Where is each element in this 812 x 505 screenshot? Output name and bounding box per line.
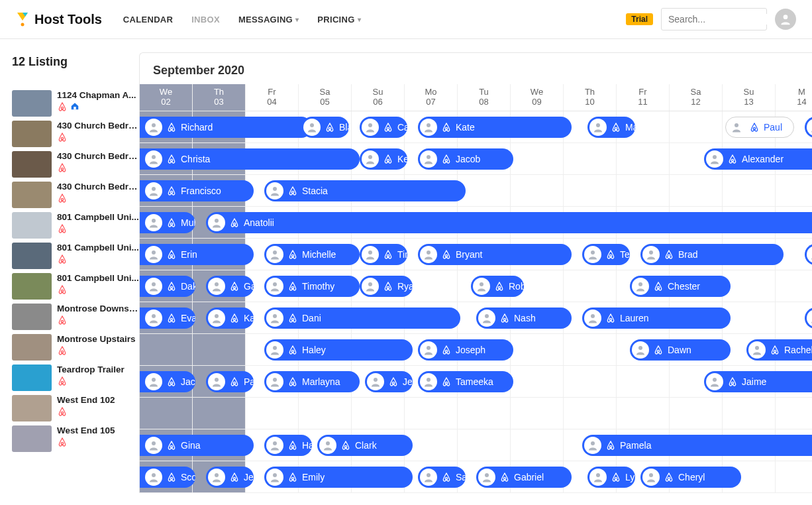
- reservation-pill[interactable]: Jaime: [704, 371, 812, 392]
- reservation-pill[interactable]: Gabriel: [476, 467, 572, 488]
- reservation-pill[interactable]: Ker: [360, 148, 407, 170]
- reservation-pill[interactable]: Bla: [301, 117, 349, 138]
- calendar-cell[interactable]: [776, 175, 812, 206]
- nav-inbox[interactable]: INBOX: [191, 15, 220, 25]
- reservation-pill[interactable]: Erin: [140, 244, 254, 265]
- calendar-cell[interactable]: [776, 270, 812, 302]
- reservation-pill[interactable]: Eval: [140, 308, 195, 329]
- reservation-pill[interactable]: Stacia: [264, 180, 466, 201]
- calendar-cell[interactable]: [564, 175, 617, 206]
- calendar-cell[interactable]: [617, 366, 670, 397]
- calendar-cell[interactable]: [723, 175, 776, 206]
- reservation-pill[interactable]: Pat: [206, 371, 254, 392]
- reservation-pill[interactable]: Emily: [264, 467, 413, 488]
- listing-item[interactable]: Teardrop Trailer: [12, 365, 139, 391]
- calendar-cell[interactable]: [511, 143, 564, 174]
- calendar-cell[interactable]: [564, 270, 617, 302]
- reservation-pill[interactable]: Timothy: [264, 276, 360, 297]
- calendar-cell[interactable]: [352, 398, 405, 429]
- listing-item[interactable]: 430 Church Bedro...: [12, 121, 139, 147]
- calendar-cell[interactable]: [405, 398, 458, 429]
- calendar-cell[interactable]: [670, 398, 723, 429]
- reservation-pill[interactable]: Christa: [140, 148, 360, 170]
- reservation-pill[interactable]: Tim: [360, 244, 407, 265]
- reservation-pill[interactable]: Clark: [317, 435, 413, 456]
- calendar-cell[interactable]: [723, 270, 776, 302]
- reservation-pill[interactable]: Paul: [725, 117, 794, 138]
- calendar-cell[interactable]: [140, 398, 193, 429]
- reservation-pill[interactable]: Rya: [360, 276, 413, 297]
- reservation-pill[interactable]: Nash: [476, 308, 572, 329]
- calendar-cell[interactable]: [193, 334, 246, 365]
- listing-item[interactable]: 801 Campbell Uni...: [12, 212, 139, 239]
- calendar-cell[interactable]: [670, 175, 723, 206]
- listing-item[interactable]: Montrose Upstairs: [12, 334, 139, 361]
- listing-item[interactable]: West End 105: [12, 425, 139, 452]
- search-box[interactable]: [661, 8, 767, 30]
- reservation-pill[interactable]: Dani: [264, 308, 460, 329]
- calendar-cell[interactable]: [458, 175, 511, 206]
- calendar-cell[interactable]: [299, 398, 352, 429]
- calendar-cell[interactable]: [458, 398, 511, 429]
- calendar-cell[interactable]: [564, 334, 617, 365]
- listing-item[interactable]: 430 Church Bedro...: [12, 182, 139, 208]
- reservation-pill[interactable]: Ma: [587, 117, 635, 138]
- calendar-cell[interactable]: [776, 398, 812, 429]
- reservation-pill[interactable]: Lyd: [587, 467, 635, 488]
- calendar-cell[interactable]: [617, 398, 670, 429]
- reservation-pill[interactable]: Kat: [206, 308, 254, 329]
- calendar-cell[interactable]: [511, 429, 564, 461]
- calendar-cell[interactable]: [246, 398, 299, 429]
- reservation-pill[interactable]: Gab: [206, 276, 254, 297]
- reservation-pill[interactable]: Brad: [640, 244, 784, 265]
- calendar-cell[interactable]: [511, 334, 564, 365]
- reservation-pill[interactable]: Car: [360, 117, 407, 138]
- reservation-pill[interactable]: Haley: [264, 339, 413, 361]
- reservation-pill[interactable]: Dako: [140, 276, 195, 297]
- nav-pricing[interactable]: PRICING ▾: [317, 15, 361, 25]
- reservation-pill[interactable]: Rachel: [746, 339, 812, 361]
- reservation-pill[interactable]: Tameeka: [418, 371, 513, 392]
- reservation-pill[interactable]: Chester: [630, 276, 731, 297]
- reservation-pill[interactable]: Gina: [140, 435, 254, 456]
- listing-item[interactable]: 1124 Chapman A...: [12, 90, 139, 117]
- reservation-pill[interactable]: Muh: [140, 212, 195, 233]
- listing-item[interactable]: 801 Campbell Uni...: [12, 243, 139, 269]
- reservation-pill[interactable]: Richard: [140, 117, 312, 138]
- listing-item[interactable]: 801 Campbell Uni...: [12, 273, 139, 300]
- reservation-pill[interactable]: Dawn: [630, 339, 731, 361]
- reservation-pill[interactable]: Hal: [264, 435, 312, 456]
- trial-badge[interactable]: Trial: [626, 13, 653, 25]
- reservation-pill[interactable]: Alexander: [704, 148, 812, 170]
- calendar-cell[interactable]: [405, 270, 458, 302]
- calendar-cell[interactable]: [140, 334, 193, 365]
- brand-logo[interactable]: Host Tools: [16, 11, 102, 27]
- reservation-pill[interactable]: Marlayna: [264, 371, 360, 392]
- reservation-pill[interactable]: Jack: [140, 371, 195, 392]
- reservation-pill[interactable]: Scot: [140, 467, 195, 488]
- reservation-pill[interactable]: Jacob: [418, 148, 513, 170]
- reservation-pill[interactable]: Michelle: [264, 244, 360, 265]
- reservation-pill[interactable]: Ter: [582, 244, 630, 265]
- reservation-pill[interactable]: Anatolii: [206, 212, 812, 233]
- calendar-cell[interactable]: [564, 398, 617, 429]
- calendar-cell[interactable]: [776, 461, 812, 492]
- calendar-cell[interactable]: [564, 366, 617, 397]
- reservation-pill[interactable]: Bryant: [418, 244, 572, 265]
- calendar-cell[interactable]: [564, 143, 617, 174]
- calendar-cell[interactable]: [617, 175, 670, 206]
- nav-calendar[interactable]: CALENDAR: [123, 15, 173, 25]
- reservation-pill[interactable]: Jer: [206, 467, 254, 488]
- reservation-pill[interactable]: Jef: [365, 371, 413, 392]
- reservation-pill[interactable]: Robi: [471, 276, 524, 297]
- calendar-cell[interactable]: [405, 429, 458, 461]
- listing-item[interactable]: West End 102: [12, 395, 139, 421]
- reservation-pill[interactable]: Joseph: [418, 339, 513, 361]
- calendar-cell[interactable]: [723, 398, 776, 429]
- reservation-pill[interactable]: Lauren: [582, 308, 731, 329]
- reservation-pill[interactable]: Pamela: [582, 435, 812, 456]
- calendar-cell[interactable]: [723, 302, 776, 333]
- calendar-cell[interactable]: [670, 111, 723, 142]
- listing-item[interactable]: Montrose Downst...: [12, 304, 139, 330]
- reservation-pill[interactable]: Francisco: [140, 180, 254, 201]
